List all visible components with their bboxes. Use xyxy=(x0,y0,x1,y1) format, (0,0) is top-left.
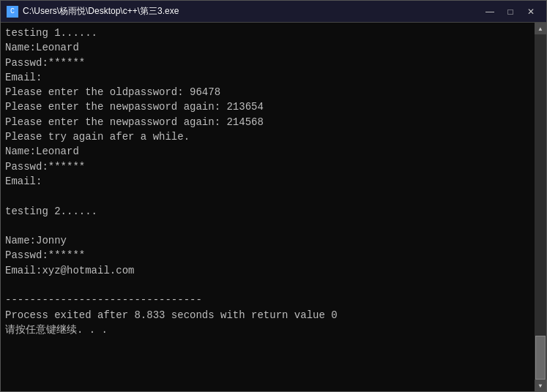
app-icon: C xyxy=(7,6,18,18)
scroll-down-arrow[interactable]: ▼ xyxy=(535,380,546,391)
scrollbar-track[interactable] xyxy=(535,34,546,380)
scrollbar[interactable]: ▲ ▼ xyxy=(535,23,546,391)
content-area: testing 1...... Name:Leonard Passwd:****… xyxy=(1,23,546,391)
close-button[interactable]: ✕ xyxy=(521,4,540,19)
title-bar-controls: — □ ✕ xyxy=(480,4,540,19)
minimize-button[interactable]: — xyxy=(480,4,499,19)
terminal-output: testing 1...... Name:Leonard Passwd:****… xyxy=(1,23,535,391)
window: C C:\Users\杨雨悦\Desktop\c++\第三3.exe — □ ✕… xyxy=(0,0,547,392)
title-bar-text: C:\Users\杨雨悦\Desktop\c++\第三3.exe xyxy=(23,5,480,18)
scrollbar-thumb[interactable] xyxy=(535,336,546,380)
maximize-button[interactable]: □ xyxy=(501,4,520,19)
title-bar: C C:\Users\杨雨悦\Desktop\c++\第三3.exe — □ ✕ xyxy=(1,1,546,23)
scroll-up-arrow[interactable]: ▲ xyxy=(535,23,546,34)
